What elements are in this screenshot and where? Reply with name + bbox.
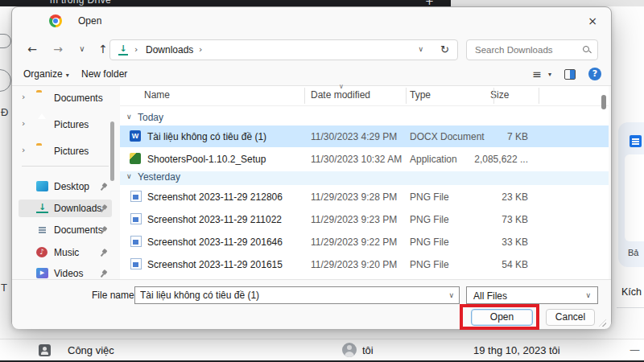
music-icon: ♪ xyxy=(36,247,47,257)
chevron-down-icon[interactable]: ∨ xyxy=(126,113,132,121)
file-row[interactable]: Screenshot 2023-11-29 201615 11/29/2023 … xyxy=(120,253,609,275)
help-icon[interactable]: ? xyxy=(588,68,601,80)
pin-icon xyxy=(97,247,109,258)
background-letter: Đ xyxy=(1,106,8,118)
drive-file-row[interactable]: Công việc tôi 19 thg 10, 2023 tôi — xyxy=(0,339,644,360)
open-button[interactable]: Open xyxy=(471,309,533,326)
breadcrumb-downloads[interactable]: Downloads xyxy=(146,44,193,56)
pin-icon xyxy=(97,181,109,192)
owner-avatar xyxy=(342,343,357,357)
background-pill-fragment xyxy=(0,34,11,48)
group-header-yesterday[interactable]: ∨ Yesterday xyxy=(120,171,609,185)
dialog-footer: File name: ∨ All Files ∨ Open Cancel xyxy=(12,279,611,329)
file-name-input[interactable] xyxy=(140,288,438,302)
close-button[interactable]: × xyxy=(580,11,605,31)
downloads-icon: ↓ xyxy=(118,44,128,56)
file-name-combobox: ∨ xyxy=(134,286,460,304)
file-list: Name ∨ Date modified Type Size ∨ Today W… xyxy=(120,86,609,279)
refresh-icon[interactable]: ↻ xyxy=(440,43,449,56)
chevron-down-icon: ∨ xyxy=(585,291,591,299)
sidebar-scrollbar[interactable] xyxy=(110,121,114,181)
chevron-right-icon: › xyxy=(199,44,202,55)
view-mode-caret-icon[interactable]: ▾ xyxy=(548,71,551,78)
address-bar[interactable]: ↓ › Downloads › ∨ ↻ xyxy=(109,39,458,60)
sidebar-item-desktop[interactable]: Desktop xyxy=(19,178,112,195)
file-row[interactable]: Screenshot 2023-11-29 212806 11/29/2023 … xyxy=(120,186,609,208)
expander-icon[interactable]: › xyxy=(22,145,25,155)
column-divider[interactable] xyxy=(539,88,539,104)
column-divider[interactable] xyxy=(304,88,305,104)
recent-locations-button[interactable]: ∨ xyxy=(72,39,93,60)
file-type-value: All Files xyxy=(473,290,507,302)
sidebar-item-pictures-folder[interactable]: › Pictures xyxy=(19,142,112,160)
preview-thumbnail xyxy=(625,154,644,241)
drive-size-column-header: Kích xyxy=(621,286,642,298)
drive-file-name: Công việc xyxy=(68,344,114,356)
dialog-toolbar: Organize▾ New folder ≡ ▾ ? xyxy=(12,64,611,86)
drive-owner: tôi xyxy=(362,344,374,356)
sidebar-item-downloads[interactable]: ↓ Downloads xyxy=(19,200,112,217)
word-file-icon: W xyxy=(130,130,141,142)
browser-tab-strip: m trong Drive + xyxy=(0,0,644,6)
sidebar-item-documents[interactable]: Documents xyxy=(19,221,112,239)
file-row[interactable]: ShootersPool-1.10.2_Setup 11/30/2023 10:… xyxy=(120,148,609,170)
back-button[interactable]: ← xyxy=(22,39,43,60)
divider xyxy=(617,307,644,308)
drive-preview-card: Bả xyxy=(618,122,644,267)
file-row[interactable]: Screenshot 2023-11-29 201646 11/29/2023 … xyxy=(120,231,609,253)
chevron-right-icon: › xyxy=(134,44,138,55)
column-divider[interactable] xyxy=(493,88,494,104)
new-folder-button[interactable]: New folder xyxy=(81,68,127,80)
divider xyxy=(120,105,609,106)
drive-item-icon xyxy=(39,344,51,356)
active-tab: m trong Drive + xyxy=(0,0,451,6)
list-scrollbar[interactable] xyxy=(601,95,606,109)
view-mode-icon[interactable]: ≡ xyxy=(532,68,542,80)
sidebar-item-documents-tree[interactable]: › Documents xyxy=(19,89,112,107)
screen: m trong Drive + Đ T Bả Kích Công việc tô… xyxy=(0,0,644,362)
drive-modified-date: 19 thg 10, 2023 tôi xyxy=(473,344,560,356)
preview-pane-icon[interactable] xyxy=(564,69,576,80)
file-name-label: File name: xyxy=(92,290,137,301)
file-row[interactable]: W Tài liệu không có tiêu đề (1) 11/30/20… xyxy=(120,125,609,147)
dialog-titlebar[interactable]: Open × xyxy=(12,7,611,36)
sidebar-item-videos[interactable]: ▶ Videos xyxy=(19,265,112,279)
document-icon xyxy=(630,135,642,147)
card-caption: Bả xyxy=(628,248,638,257)
search-box xyxy=(466,39,598,60)
expander-icon[interactable]: › xyxy=(22,92,25,102)
caret-down-icon: ▾ xyxy=(66,72,69,79)
background-pill-fragment xyxy=(0,69,11,92)
cancel-button[interactable]: Cancel xyxy=(546,309,595,326)
dialog-body: › Documents › Pictures › Pictures xyxy=(12,86,611,279)
videos-icon: ▶ xyxy=(36,268,48,278)
file-row[interactable]: Screenshot 2023-11-29 211022 11/29/2023 … xyxy=(120,208,609,230)
file-type-select[interactable]: All Files ∨ xyxy=(466,286,598,304)
expander-icon[interactable]: › xyxy=(22,118,25,129)
search-icon[interactable] xyxy=(583,46,589,52)
application-file-icon xyxy=(130,153,141,164)
sidebar-separator xyxy=(22,166,109,167)
pin-icon xyxy=(97,268,109,279)
organize-button[interactable]: Organize▾ xyxy=(23,68,69,80)
column-divider[interactable] xyxy=(406,88,407,104)
open-file-dialog: Open × ← → ∨ ↑ ↓ › Downloads › ∨ ↻ Org xyxy=(11,6,612,328)
new-tab-icon[interactable]: + xyxy=(425,0,434,6)
group-header-today[interactable]: ∨ Today xyxy=(120,110,609,126)
png-file-icon xyxy=(130,236,142,247)
png-file-icon xyxy=(130,213,142,224)
address-dropdown-icon[interactable]: ∨ xyxy=(418,45,423,53)
chrome-icon xyxy=(49,14,62,27)
png-file-icon xyxy=(130,191,142,202)
forward-button[interactable]: → xyxy=(47,39,68,60)
chevron-down-icon[interactable]: ∨ xyxy=(126,172,132,180)
navigation-sidebar: › Documents › Pictures › Pictures xyxy=(19,86,117,279)
search-input[interactable] xyxy=(475,41,572,59)
sidebar-item-music[interactable]: ♪ Music xyxy=(19,244,112,261)
chevron-down-icon[interactable]: ∨ xyxy=(448,291,454,299)
desktop-icon xyxy=(36,181,48,191)
resize-grip[interactable] xyxy=(599,319,606,327)
drive-size-placeholder: — xyxy=(630,343,640,356)
sidebar-item-pictures-tree[interactable]: › Pictures xyxy=(19,116,112,134)
background-letter: T xyxy=(1,282,7,294)
